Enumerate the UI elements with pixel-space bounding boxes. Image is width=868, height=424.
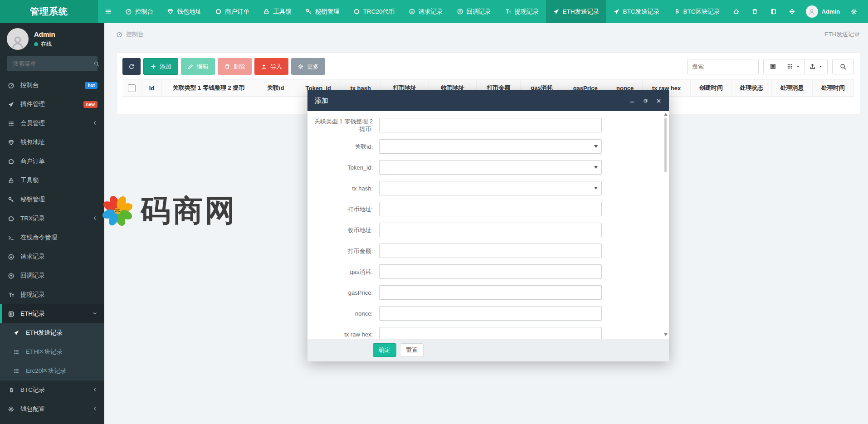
scrollbar-thumb[interactable]	[664, 118, 667, 172]
sidebar-item-工具锁[interactable]: 工具锁	[0, 171, 104, 190]
sidebar-item-回调记录[interactable]: 回调记录	[0, 266, 104, 285]
nav-item-TRC20代币[interactable]: TRC20代币	[346, 0, 402, 23]
nav-item-label: 工具锁	[273, 8, 292, 16]
field-label: tx hash:	[307, 185, 379, 192]
sidebar-item-Erc20区块记录[interactable]: Erc20区块记录	[0, 361, 104, 380]
select-all-checkbox[interactable]	[128, 84, 136, 92]
column-header-处理消息[interactable]: 处理消息	[772, 80, 812, 96]
reset-button[interactable]: 重置	[400, 343, 424, 357]
export-button[interactable]	[805, 59, 828, 74]
dialog-scrollbar[interactable]	[663, 113, 668, 336]
form-text-input[interactable]	[379, 327, 602, 339]
sidebar-item-ETH记录[interactable]: ETH记录	[0, 304, 104, 323]
form-text-input[interactable]	[379, 118, 602, 132]
sidebar-group: BTC记录	[0, 380, 104, 400]
form-text-input[interactable]	[379, 264, 602, 279]
sidebar-group: 会员管理	[0, 114, 104, 133]
more-button[interactable]: 更多	[291, 58, 325, 75]
sidebar-item-插件管理[interactable]: 插件管理new	[0, 95, 104, 114]
import-button[interactable]: 导入	[254, 58, 288, 75]
nav-item-ETH发送记录[interactable]: ETH发送记录	[546, 0, 606, 23]
paper-plane-icon	[613, 8, 620, 15]
form-text-input[interactable]	[379, 202, 602, 216]
search-icon	[839, 63, 847, 70]
nav-item-BTC发送记录[interactable]: BTC发送记录	[606, 0, 667, 23]
sidebar-item-钱包地址[interactable]: 钱包地址	[0, 133, 104, 152]
toolbar-search-area	[687, 59, 854, 74]
app-brand[interactable]: 管理系统	[0, 0, 98, 23]
hamburger-icon	[105, 8, 112, 15]
form-select-input[interactable]	[379, 160, 602, 175]
del-button: 删除	[218, 58, 252, 75]
close-icon[interactable]	[656, 98, 662, 104]
sidebar-item-会员管理[interactable]: 会员管理	[0, 114, 104, 133]
form-text-input[interactable]	[379, 306, 602, 321]
nav-item-请求记录[interactable]: 请求记录	[402, 0, 450, 23]
navbar-user-menu[interactable]: Admin	[801, 0, 844, 23]
form-text-input[interactable]	[379, 285, 602, 300]
nav-item-秘钥管理[interactable]: 秘钥管理	[298, 0, 346, 23]
table-search-input[interactable]	[687, 59, 759, 74]
form-row: 收币地址:	[307, 223, 669, 237]
confirm-button[interactable]: 确定	[373, 343, 396, 357]
column-header-处理状态[interactable]: 处理状态	[731, 80, 772, 96]
field-text	[379, 327, 602, 339]
nav-item-menu-toggle[interactable]	[98, 0, 118, 23]
sidebar-item-控制台[interactable]: 控制台hot	[0, 76, 104, 95]
dialog-header[interactable]: 添加	[307, 90, 669, 111]
nav-item-商户订单[interactable]: 商户订单	[208, 0, 256, 23]
nav-item-工具锁[interactable]: 工具锁	[256, 0, 298, 23]
nav-item-控制台[interactable]: 控制台	[118, 0, 161, 23]
column-header-创建时间[interactable]: 创建时间	[691, 80, 731, 96]
sidebar-item-请求记录[interactable]: 请求记录	[0, 247, 104, 266]
navbar-trash-button[interactable]	[746, 0, 764, 23]
dashboard-icon	[116, 31, 122, 38]
column-header-Id[interactable]: Id	[142, 80, 162, 96]
breadcrumb[interactable]: 控制台	[116, 30, 144, 39]
maximize-icon[interactable]	[643, 98, 649, 104]
circle-down-icon	[409, 8, 415, 15]
nav-item-回调记录[interactable]: 回调记录	[450, 0, 498, 23]
expand-icon	[789, 8, 795, 15]
sidebar-search-input[interactable]	[12, 60, 93, 68]
sidebar-item-BTC记录[interactable]: BTC记录	[0, 380, 104, 400]
nav-item-提现记录[interactable]: 提现记录	[498, 0, 546, 23]
select-all-cell[interactable]	[122, 80, 142, 96]
navbar-settings-button[interactable]	[844, 0, 863, 23]
minimize-icon[interactable]	[629, 97, 635, 104]
toggle-view-button[interactable]	[763, 59, 782, 74]
column-header-处理时间[interactable]: 处理时间	[813, 80, 854, 96]
top-navbar: 管理系统 控制台钱包地址商户订单工具锁秘钥管理TRC20代币请求记录回调记录提现…	[0, 0, 868, 23]
refresh-button[interactable]	[122, 58, 141, 75]
scroll-down-icon[interactable]	[664, 333, 668, 336]
toolbar-button-label: 添加	[160, 63, 171, 71]
form-text-input[interactable]	[379, 223, 602, 237]
nav-item-BTC区块记录[interactable]: BTC区块记录	[667, 0, 727, 23]
column-header-关联id[interactable]: 关联id	[255, 80, 296, 96]
refresh-icon	[128, 63, 135, 70]
columns-button[interactable]	[782, 59, 805, 74]
navbar-book-button[interactable]	[764, 0, 783, 23]
search-button[interactable]	[832, 59, 854, 74]
nav-item-钱包地址[interactable]: 钱包地址	[160, 0, 208, 23]
navbar-home-button[interactable]	[727, 0, 746, 23]
sidebar-item-label: 提现记录	[20, 291, 45, 299]
column-header-关联类型 1 零钱整理 2 提币[interactable]: 关联类型 1 零钱整理 2 提币	[162, 80, 255, 96]
scroll-up-icon[interactable]	[664, 113, 668, 116]
add-button[interactable]: 添加	[143, 58, 178, 75]
navbar-expand-button[interactable]	[783, 0, 801, 23]
form-select-input[interactable]	[379, 181, 602, 195]
form-text-input[interactable]	[379, 244, 602, 258]
sidebar-item-TRX记录[interactable]: TRX记录	[0, 209, 104, 228]
sidebar-item-在线命令管理[interactable]: 在线命令管理	[0, 228, 104, 247]
sidebar-group: 钱包配置	[0, 400, 104, 419]
sidebar-item-ETH发送记录[interactable]: ETH发送记录	[0, 323, 104, 342]
sidebar-item-商户订单[interactable]: 商户订单	[0, 152, 104, 171]
sidebar-item-提现记录[interactable]: 提现记录	[0, 285, 104, 304]
sidebar-item-ETH区块记录[interactable]: ETH区块记录	[0, 342, 104, 361]
sidebar-item-钱包配置[interactable]: 钱包配置	[0, 400, 104, 419]
sidebar-group: 请求记录	[0, 247, 104, 266]
sidebar-item-秘钥管理[interactable]: 秘钥管理	[0, 190, 104, 209]
form-select-input[interactable]	[379, 139, 602, 154]
nav-item-label: 控制台	[135, 8, 154, 16]
